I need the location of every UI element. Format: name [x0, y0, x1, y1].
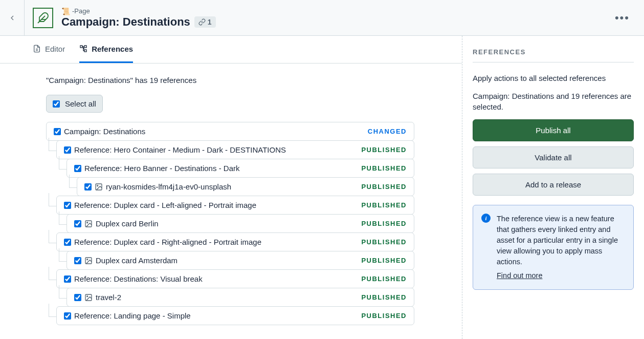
find-out-more-link[interactable]: Find out more	[497, 270, 542, 281]
status-badge: PUBLISHED	[361, 238, 407, 246]
svg-rect-5	[84, 46, 86, 48]
row-checkbox[interactable]	[64, 239, 71, 246]
sidebar-selected-text: Campaign: Destinations and 19 references…	[473, 91, 634, 112]
row-checkbox[interactable]	[64, 146, 71, 154]
content-type-icon	[33, 8, 53, 28]
info-message: The reference view is a new feature that…	[497, 215, 618, 266]
tree-connector	[49, 230, 57, 243]
tab-references-label: References	[92, 45, 133, 53]
tree-row[interactable]: ryan-kosmides-lfm4j1a-ev0-unsplashPUBLIS…	[77, 177, 414, 196]
select-all-label: Select all	[65, 99, 96, 108]
row-label: Duplex card Berlin	[96, 219, 361, 228]
row-label: Reference: Hero Banner - Destinations - …	[84, 164, 361, 173]
page-title: Campaign: Destinations	[61, 15, 190, 29]
image-icon	[84, 257, 93, 265]
breadcrumb-text: -Page	[72, 7, 90, 15]
row-label: Reference: Duplex card - Left-aligned - …	[74, 201, 361, 209]
publish-all-button[interactable]: Publish all	[473, 119, 634, 141]
svg-point-8	[97, 185, 98, 186]
status-badge: PUBLISHED	[361, 312, 407, 320]
references-summary: "Campaign: Destinations" has 19 referenc…	[46, 76, 462, 84]
svg-point-10	[87, 222, 88, 223]
tree-connector	[69, 175, 77, 188]
sidebar-desc: Apply actions to all selected references	[473, 73, 634, 83]
tree-connector	[49, 193, 57, 206]
tree-row[interactable]: Reference: Hero Container - Medium - Dar…	[56, 140, 414, 159]
row-label: Duplex card Amsterdam	[96, 256, 361, 265]
row-label: Reference: Duplex card - Right-aligned -…	[74, 238, 361, 246]
header-bar: 📜 -Page Campaign: Destinations 1 •••	[0, 0, 644, 36]
image-icon	[95, 183, 103, 191]
status-badge: PUBLISHED	[361, 164, 407, 172]
row-checkbox[interactable]	[74, 257, 81, 264]
row-label: Campaign: Destinations	[64, 127, 368, 136]
tree-row[interactable]: Duplex card AmsterdamPUBLISHED	[66, 251, 414, 270]
document-icon	[33, 45, 41, 53]
validate-all-button[interactable]: Validate all	[473, 146, 634, 168]
status-badge: CHANGED	[368, 128, 407, 135]
svg-point-12	[87, 259, 88, 260]
tab-editor[interactable]: Editor	[33, 36, 65, 63]
select-all-button[interactable]: Select all	[46, 95, 103, 113]
chevron-left-icon	[8, 14, 16, 22]
link-count-badge[interactable]: 1	[194, 16, 216, 28]
breadcrumb: 📜 -Page	[61, 7, 216, 15]
info-text: The reference view is a new feature that…	[497, 214, 625, 281]
row-checkbox[interactable]	[64, 276, 71, 283]
status-badge: PUBLISHED	[361, 220, 407, 227]
tree-connector	[59, 285, 67, 299]
row-checkbox[interactable]	[74, 165, 81, 172]
references-tree: Campaign: DestinationsCHANGEDReference: …	[46, 122, 414, 325]
tree-icon	[79, 45, 87, 53]
tree-row[interactable]: travel-2PUBLISHED	[66, 288, 414, 307]
tree-connector	[59, 156, 67, 170]
tree-row[interactable]: Campaign: DestinationsCHANGED	[46, 122, 414, 141]
svg-rect-6	[84, 50, 86, 52]
tab-references[interactable]: References	[79, 36, 133, 63]
sidebar: REFERENCES Apply actions to all selected…	[462, 36, 644, 339]
tree-connector	[49, 138, 57, 151]
status-badge: PUBLISHED	[361, 275, 407, 283]
select-all-checkbox[interactable]	[53, 100, 60, 108]
tabs: Editor References	[0, 36, 462, 63]
link-count: 1	[208, 18, 212, 26]
add-to-release-button[interactable]: Add to a release	[473, 174, 634, 196]
row-checkbox[interactable]	[64, 202, 71, 209]
status-badge: PUBLISHED	[361, 257, 407, 264]
title-block: 📜 -Page Campaign: Destinations 1	[61, 7, 216, 29]
status-badge: PUBLISHED	[361, 293, 407, 301]
row-label: ryan-kosmides-lfm4j1a-ev0-unsplash	[106, 182, 361, 191]
image-icon	[84, 293, 93, 302]
tree-connector	[49, 267, 57, 280]
tree-row[interactable]: Reference: Duplex card - Left-aligned - …	[56, 196, 414, 215]
svg-point-14	[87, 295, 88, 296]
more-actions-button[interactable]: •••	[615, 11, 630, 25]
row-checkbox[interactable]	[74, 220, 81, 227]
tree-connector	[59, 248, 67, 262]
info-box: i The reference view is a new feature th…	[473, 205, 634, 290]
link-icon	[198, 18, 206, 26]
feather-icon	[37, 12, 49, 24]
status-badge: PUBLISHED	[361, 183, 407, 190]
sidebar-heading: REFERENCES	[473, 48, 634, 62]
row-label: travel-2	[96, 293, 361, 302]
tree-row[interactable]: Duplex card BerlinPUBLISHED	[66, 214, 414, 233]
tab-editor-label: Editor	[45, 45, 65, 53]
tree-row[interactable]: Reference: Destinations: Visual breakPUB…	[56, 269, 414, 288]
row-label: Reference: Landing page - Simple	[74, 311, 361, 320]
tree-row[interactable]: Reference: Landing page - SimplePUBLISHE…	[56, 306, 414, 325]
tree-connector	[49, 304, 57, 317]
image-icon	[84, 220, 93, 228]
row-checkbox[interactable]	[64, 312, 71, 320]
row-checkbox[interactable]	[84, 183, 92, 190]
tree-row[interactable]: Reference: Duplex card - Right-aligned -…	[56, 232, 414, 251]
row-checkbox[interactable]	[74, 294, 81, 301]
back-button[interactable]	[0, 0, 25, 35]
status-badge: PUBLISHED	[361, 146, 407, 154]
svg-rect-4	[80, 46, 82, 48]
row-checkbox[interactable]	[54, 128, 61, 135]
tree-row[interactable]: Reference: Hero Banner - Destinations - …	[66, 159, 414, 178]
row-label: Reference: Destinations: Visual break	[74, 274, 361, 283]
tree-connector	[59, 211, 67, 225]
info-icon: i	[481, 214, 491, 223]
